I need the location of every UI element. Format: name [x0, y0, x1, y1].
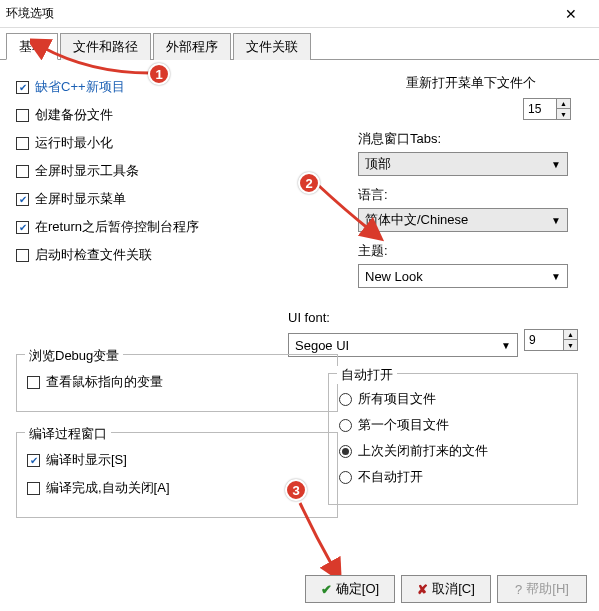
check-fullscreen-toolbar[interactable]: [16, 165, 29, 178]
debug-group: 浏览Debug变量 查看鼠标指向的变量: [16, 354, 338, 412]
tab-paths[interactable]: 文件和路径: [60, 33, 151, 60]
chevron-up-icon[interactable]: ▲: [557, 99, 570, 109]
theme-value: New Look: [365, 269, 423, 284]
ui-font-value: Segoe UI: [295, 338, 349, 353]
window-title: 环境选项: [6, 5, 54, 22]
help-icon: ?: [515, 582, 522, 597]
debug-legend: 浏览Debug变量: [25, 347, 123, 365]
radio-no-auto[interactable]: [339, 471, 352, 484]
radio-label: 不自动打开: [358, 468, 423, 486]
chevron-down-icon: ▼: [551, 215, 561, 226]
tabs-pos-label: 消息窗口Tabs:: [358, 130, 583, 148]
ok-button[interactable]: ✔ 确定[O]: [305, 575, 395, 603]
check-icon: ✔: [321, 582, 332, 597]
cancel-label: 取消[C]: [432, 580, 475, 598]
check-auto-close[interactable]: [27, 482, 40, 495]
close-icon: ✕: [565, 6, 577, 22]
tab-external[interactable]: 外部程序: [153, 33, 231, 60]
annotation-2: 2: [298, 172, 320, 194]
compile-group: 编译过程窗口 编译时显示[S] 编译完成,自动关闭[A]: [16, 432, 338, 518]
radio-last-closed[interactable]: [339, 445, 352, 458]
check-show-compile[interactable]: [27, 454, 40, 467]
x-icon: ✘: [417, 582, 428, 597]
ui-font-label: UI font:: [288, 310, 583, 325]
theme-label: 主题:: [358, 242, 583, 260]
check-label: 编译完成,自动关闭[A]: [46, 479, 170, 497]
check-label: 查看鼠标指向的变量: [46, 373, 163, 391]
annotation-1: 1: [148, 63, 170, 85]
check-label: 创建备份文件: [35, 106, 113, 124]
close-button[interactable]: ✕: [551, 0, 591, 28]
check-default-cpp[interactable]: [16, 81, 29, 94]
check-minimize[interactable]: [16, 137, 29, 150]
radio-label: 第一个项目文件: [358, 416, 449, 434]
options-check-list: 缺省C++新项目 创建备份文件 运行时最小化 全屏时显示工具条 全屏时显示菜单 …: [16, 78, 338, 264]
check-label: 全屏时显示工具条: [35, 162, 139, 180]
chevron-down-icon[interactable]: ▼: [557, 109, 570, 119]
ui-font-size-value: 9: [529, 333, 536, 347]
reopen-label: 重新打开菜单下文件个: [358, 74, 583, 92]
check-label: 编译时显示[S]: [46, 451, 127, 469]
check-hover-var[interactable]: [27, 376, 40, 389]
cancel-button[interactable]: ✘ 取消[C]: [401, 575, 491, 603]
radio-label: 所有项目文件: [358, 390, 436, 408]
tabs-pos-select[interactable]: 顶部 ▼: [358, 152, 568, 176]
language-value: 简体中文/Chinese: [365, 211, 468, 229]
ui-font-size-spinner[interactable]: 9 ▲▼: [524, 329, 578, 351]
ok-label: 确定[O]: [336, 580, 379, 598]
radio-first-file[interactable]: [339, 419, 352, 432]
chevron-down-icon: ▼: [551, 271, 561, 282]
auto-open-group: 自动打开 所有项目文件 第一个项目文件 上次关闭前打来的文件 不自动打开: [328, 373, 578, 505]
theme-select[interactable]: New Look ▼: [358, 264, 568, 288]
check-label: 运行时最小化: [35, 134, 113, 152]
chevron-down-icon: ▼: [551, 159, 561, 170]
tab-basic[interactable]: 基本: [6, 33, 58, 60]
check-file-assoc[interactable]: [16, 249, 29, 262]
tab-assoc[interactable]: 文件关联: [233, 33, 311, 60]
chevron-down-icon: ▼: [501, 340, 511, 351]
help-button[interactable]: ? 帮助[H]: [497, 575, 587, 603]
check-fullscreen-menu[interactable]: [16, 193, 29, 206]
check-label: 缺省C++新项目: [35, 78, 125, 96]
reopen-value: 15: [528, 102, 541, 116]
check-label: 启动时检查文件关联: [35, 246, 152, 264]
help-label: 帮助[H]: [526, 580, 569, 598]
reopen-spinner[interactable]: 15 ▲▼: [523, 98, 571, 120]
compile-legend: 编译过程窗口: [25, 425, 111, 443]
chevron-down-icon[interactable]: ▼: [564, 340, 577, 350]
language-label: 语言:: [358, 186, 583, 204]
radio-label: 上次关闭前打来的文件: [358, 442, 488, 460]
check-label: 全屏时显示菜单: [35, 190, 126, 208]
check-pause-return[interactable]: [16, 221, 29, 234]
annotation-3: 3: [285, 479, 307, 501]
check-label: 在return之后暂停控制台程序: [35, 218, 199, 236]
chevron-up-icon[interactable]: ▲: [564, 330, 577, 340]
radio-all-files[interactable]: [339, 393, 352, 406]
auto-open-legend: 自动打开: [337, 366, 397, 384]
tab-bar: 基本 文件和路径 外部程序 文件关联: [0, 28, 599, 60]
language-select[interactable]: 简体中文/Chinese ▼: [358, 208, 568, 232]
tabs-pos-value: 顶部: [365, 155, 391, 173]
check-backup[interactable]: [16, 109, 29, 122]
